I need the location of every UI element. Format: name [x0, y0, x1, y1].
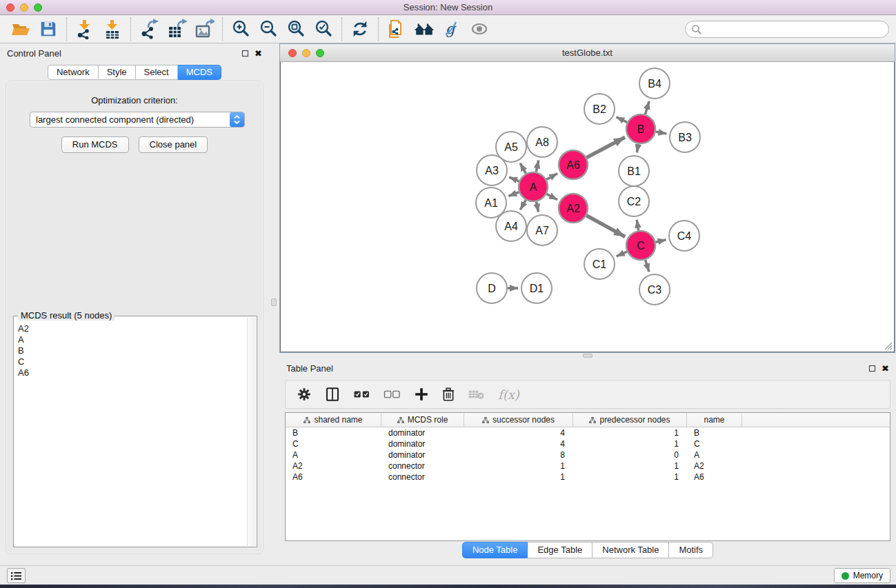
table-header-row[interactable]: shared nameMCDS rolesuccessor nodesprede… [286, 413, 890, 427]
maximize-network-icon[interactable] [316, 49, 324, 57]
graph-node-B[interactable]: B [626, 114, 655, 143]
mcds-result-item[interactable]: A [18, 334, 247, 345]
table-cell[interactable]: B [687, 427, 742, 438]
graph-node-A8[interactable]: A8 [527, 127, 557, 157]
graph-node-C4[interactable]: C4 [669, 221, 699, 251]
column-header-predecessor-nodes[interactable]: predecessor nodes [573, 413, 687, 427]
table-cell[interactable]: dominator [381, 449, 464, 460]
tab-mcds[interactable]: MCDS [178, 65, 221, 80]
settings-icon[interactable] [297, 387, 312, 402]
deselect-all-icon[interactable] [384, 389, 401, 400]
table-cell[interactable]: 1 [464, 460, 573, 472]
table-cell[interactable]: 8 [464, 449, 573, 460]
table-cell[interactable]: A6 [687, 472, 742, 483]
edge-C-C4[interactable] [655, 240, 666, 242]
zoom-fit-icon[interactable] [282, 17, 310, 41]
tab-node-table[interactable]: Node Table [462, 542, 528, 558]
panel-toggle-button[interactable] [7, 568, 26, 583]
zoom-selected-icon[interactable] [310, 17, 337, 41]
network-canvas[interactable]: B4B2BB3A8A5A6A3B1AC2A1A2A4A7C4CC1C3DD1 [280, 62, 895, 352]
export-network-icon[interactable] [135, 17, 163, 41]
graph-node-A1[interactable]: A1 [476, 187, 506, 218]
eye-icon[interactable] [466, 17, 493, 41]
export-image-icon[interactable] [190, 17, 218, 41]
table-cell[interactable]: B [286, 427, 381, 438]
edge-A2-C[interactable] [586, 216, 625, 237]
open-session-icon[interactable] [7, 17, 34, 41]
close-panel-button[interactable]: Close panel [139, 136, 208, 153]
mcds-result-scrollbar[interactable] [247, 317, 256, 546]
edge-B-B4[interactable] [645, 101, 649, 114]
close-panel-icon[interactable]: ✖ [255, 50, 262, 57]
add-column-icon[interactable] [414, 387, 429, 402]
table-body[interactable]: Bdominator41BCdominator41CAdominator80AA… [286, 427, 890, 483]
mcds-result-item[interactable]: C [18, 356, 247, 367]
column-header-name[interactable]: name [687, 413, 742, 427]
edge-A-A3[interactable] [509, 177, 519, 181]
zoom-in-icon[interactable] [227, 17, 255, 41]
show-column-icon[interactable] [324, 386, 341, 403]
table-cell[interactable]: A [687, 449, 742, 460]
column-header-MCDS-role[interactable]: MCDS role [381, 413, 464, 427]
edge-B-B2[interactable] [616, 117, 627, 123]
function-builder-icon[interactable]: f(x) [498, 387, 519, 402]
table-cell[interactable]: 1 [573, 427, 687, 438]
criterion-select[interactable]: largest connected component (directed) [30, 112, 245, 128]
tab-edge-table[interactable]: Edge Table [528, 542, 593, 558]
annotation-toggle-icon[interactable]: g [438, 17, 466, 41]
search-field[interactable] [685, 21, 889, 38]
select-all-icon[interactable] [353, 389, 371, 400]
table-cell[interactable]: dominator [381, 427, 464, 438]
node-table[interactable]: shared nameMCDS rolesuccessor nodesprede… [285, 412, 890, 541]
save-session-icon[interactable] [34, 17, 62, 41]
table-cell[interactable]: A2 [286, 460, 381, 472]
table-row[interactable]: A6connector11A6 [286, 472, 890, 483]
edge-A-A6[interactable] [546, 174, 557, 180]
import-network-icon[interactable] [71, 17, 99, 41]
search-input[interactable] [702, 24, 888, 34]
export-table-icon[interactable] [163, 17, 190, 41]
table-cell[interactable]: dominator [381, 438, 464, 449]
edge-A-A7[interactable] [536, 202, 538, 212]
table-cell[interactable]: A2 [687, 460, 742, 472]
edge-A-A8[interactable] [536, 160, 538, 172]
home-icon[interactable] [410, 17, 438, 41]
graph-node-C2[interactable]: C2 [619, 186, 649, 216]
graph-node-A[interactable]: A [519, 172, 548, 201]
edge-A6-B[interactable] [586, 137, 625, 158]
graph-node-C1[interactable]: C1 [584, 249, 615, 279]
graph-node-B4[interactable]: B4 [639, 68, 670, 99]
graph-node-A4[interactable]: A4 [496, 211, 526, 241]
table-cell[interactable]: C [286, 438, 381, 449]
table-cell[interactable]: 1 [573, 472, 687, 483]
table-row[interactable]: Bdominator41B [286, 427, 890, 438]
edge-A-A5[interactable] [520, 163, 526, 174]
close-network-icon[interactable] [288, 49, 297, 57]
table-cell[interactable]: connector [381, 460, 464, 472]
graph-node-C[interactable]: C [626, 231, 655, 260]
graph-node-B3[interactable]: B3 [670, 122, 700, 152]
table-row[interactable]: Adominator80A [286, 449, 890, 460]
table-cell[interactable]: 4 [464, 427, 573, 438]
mcds-result-item[interactable]: B [18, 345, 247, 356]
table-row[interactable]: A2connector11A2 [286, 460, 890, 472]
tab-network[interactable]: Network [48, 65, 99, 80]
edge-C-C2[interactable] [637, 220, 638, 231]
graph-node-A2[interactable]: A2 [559, 194, 588, 223]
memory-button[interactable]: Memory [834, 568, 890, 583]
run-mcds-button[interactable]: Run MCDS [61, 136, 129, 153]
table-cell[interactable]: 1 [573, 438, 687, 449]
graph-node-A7[interactable]: A7 [527, 215, 557, 245]
graph-node-B2[interactable]: B2 [584, 94, 615, 124]
table-cell[interactable]: 4 [464, 438, 573, 449]
refresh-layout-icon[interactable] [346, 17, 374, 41]
close-panel-icon[interactable]: ✖ [882, 365, 889, 372]
import-table-icon[interactable] [99, 17, 126, 41]
delete-table-icon[interactable] [468, 388, 486, 401]
split-handle[interactable] [271, 298, 277, 306]
tab-motifs[interactable]: Motifs [669, 542, 713, 558]
column-header-successor-nodes[interactable]: successor nodes [464, 413, 573, 427]
graph-node-C3[interactable]: C3 [639, 274, 670, 305]
tab-network-table[interactable]: Network Table [593, 542, 669, 558]
table-row[interactable]: Cdominator41C [286, 438, 890, 449]
